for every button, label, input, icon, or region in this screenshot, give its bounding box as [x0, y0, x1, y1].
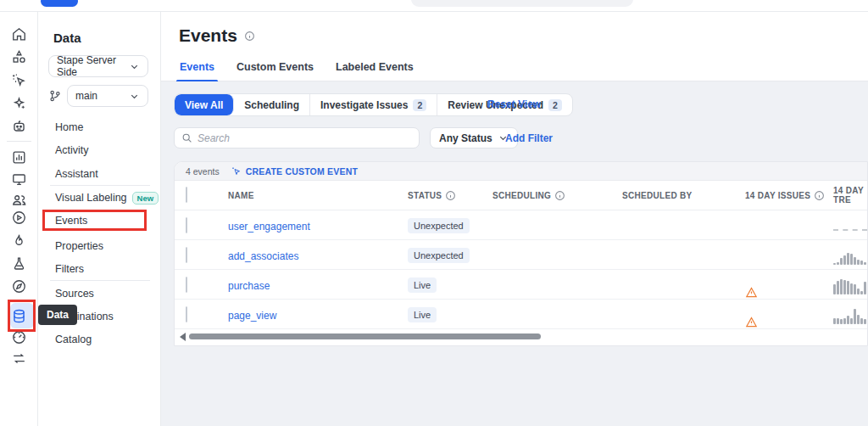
events-content: View All Scheduling Investigate Issues 2… [161, 81, 868, 426]
trend-sparkline [833, 307, 867, 324]
event-name-link[interactable]: page_view [228, 310, 276, 322]
nav-item-properties[interactable]: Properties [38, 235, 161, 257]
sparkles-icon[interactable] [11, 95, 27, 111]
top-nav-pill-button[interactable] [41, 0, 78, 7]
global-search-bar[interactable] [411, 0, 633, 7]
create-custom-event-button[interactable]: CREATE CUSTOM EVENT [231, 166, 358, 177]
search-input[interactable] [198, 132, 412, 144]
info-icon[interactable] [814, 190, 825, 201]
gauge-icon[interactable] [11, 329, 27, 345]
nav-item-events[interactable]: Events [38, 210, 161, 232]
panel-title: Data [53, 31, 81, 45]
events-tabbar: Events Custom Events Labeled Events [161, 61, 868, 81]
chevron-down-icon [129, 91, 140, 102]
nav-item-sources[interactable]: Sources [38, 283, 161, 305]
info-icon[interactable] [244, 31, 255, 42]
panel-divider [50, 185, 150, 186]
main-content: Events Events Custom Events Labeled Even… [161, 12, 868, 426]
tab-labeled-events[interactable]: Labeled Events [336, 61, 414, 81]
events-table-card: 4 events CREATE CUSTOM EVENT NAME STATUS… [174, 161, 868, 346]
database-icon[interactable] [11, 308, 27, 324]
nav-item-catalog[interactable]: Catalog [38, 328, 161, 350]
users-icon[interactable] [11, 192, 27, 208]
search-icon [181, 132, 192, 143]
row-checkbox[interactable] [186, 217, 187, 233]
flame-icon[interactable] [11, 233, 27, 249]
col-14-day-issues: 14 DAY ISSUES [745, 190, 833, 201]
branch-select-value: main [75, 90, 97, 102]
row-checkbox[interactable] [186, 247, 187, 263]
new-badge: New [132, 192, 159, 205]
nav-item-assistant[interactable]: Assistant [38, 163, 161, 185]
horizontal-scrollbar [175, 329, 867, 344]
col-status: STATUS [408, 190, 492, 201]
git-branch-icon [48, 89, 62, 103]
branch-select[interactable]: main [67, 85, 148, 107]
nav-item-visual-labeling[interactable]: Visual Labeling New [38, 187, 161, 209]
rail-divider [7, 141, 31, 142]
col-name: NAME [228, 191, 408, 200]
reset-view-link[interactable]: Reset View [487, 98, 541, 110]
cursor-sparkle-icon [231, 166, 242, 177]
nav-item-home[interactable]: Home [38, 116, 161, 138]
select-all-checkbox[interactable] [186, 187, 187, 203]
play-circle-icon[interactable] [11, 210, 27, 226]
col-scheduled-by: SCHEDULED BY [622, 191, 745, 200]
chip-view-all[interactable]: View All [175, 94, 234, 115]
status-badge: Unexpected [408, 218, 470, 233]
project-select[interactable]: Stape Server Side [48, 55, 148, 77]
event-name-link[interactable]: purchase [228, 280, 270, 292]
issues-count-badge: 2 [413, 99, 426, 111]
status-badge: Live [408, 277, 437, 293]
data-panel: Data Stape Server Side main Home Activit… [38, 12, 161, 426]
data-tooltip: Data [38, 305, 77, 325]
events-count: 4 events [186, 166, 220, 177]
panel-divider [50, 280, 150, 281]
nav-item-activity[interactable]: Activity [38, 139, 161, 161]
table-row: add_associates Unexpected [175, 240, 867, 270]
flask-icon[interactable] [11, 255, 27, 272]
table-toolbar: 4 events CREATE CUSTOM EVENT [175, 162, 867, 181]
event-name-link[interactable]: user_engagement [228, 221, 310, 233]
status-badge: Live [408, 307, 437, 322]
add-filter-link[interactable]: Add Filter [505, 132, 553, 144]
nav-item-filters[interactable]: Filters [38, 258, 161, 280]
col-14-day-trend: 14 DAY TRE [833, 186, 867, 205]
chevron-down-icon [129, 61, 140, 72]
tab-events[interactable]: Events [180, 61, 214, 81]
table-row: page_view Live [175, 300, 867, 329]
warning-triangle-icon[interactable] [745, 316, 833, 328]
search-box [174, 127, 420, 149]
bar-chart-icon[interactable] [11, 149, 27, 165]
monitor-icon[interactable] [11, 171, 27, 188]
scrollbar-thumb[interactable] [189, 334, 541, 339]
row-checkbox[interactable] [186, 306, 187, 322]
shuffle-icon[interactable] [11, 350, 27, 367]
trend-sparkline [833, 277, 866, 294]
event-name-link[interactable]: add_associates [228, 250, 298, 262]
info-icon[interactable] [554, 190, 565, 201]
top-bar [0, 0, 868, 12]
col-scheduling: SCHEDULING [492, 190, 622, 201]
warning-triangle-icon[interactable] [745, 286, 833, 299]
table-row: user_engagement Unexpected [175, 210, 867, 240]
trend-sparkline [833, 248, 867, 265]
status-badge: Unexpected [408, 248, 470, 263]
row-checkbox[interactable] [186, 277, 187, 293]
info-icon[interactable] [445, 190, 456, 201]
page-title: Events [179, 25, 237, 46]
robot-icon[interactable] [11, 118, 27, 134]
pointer-sparkle-icon[interactable] [11, 72, 27, 88]
table-header-row: NAME STATUS SCHEDULING SCHEDULED BY 14 D… [175, 181, 867, 210]
compass-icon[interactable] [11, 278, 27, 294]
tab-custom-events[interactable]: Custom Events [236, 61, 314, 81]
trend-sparkline-flat [833, 229, 867, 231]
shapes-icon[interactable] [11, 49, 27, 65]
table-row: purchase Live [175, 270, 867, 300]
scroll-left-arrow[interactable] [180, 333, 186, 341]
unexpected-count-badge: 2 [548, 99, 562, 111]
icon-rail [0, 12, 38, 426]
home-icon[interactable] [11, 26, 27, 42]
chip-investigate-issues[interactable]: Investigate Issues 2 [310, 94, 437, 115]
chip-scheduling[interactable]: Scheduling [234, 94, 310, 115]
